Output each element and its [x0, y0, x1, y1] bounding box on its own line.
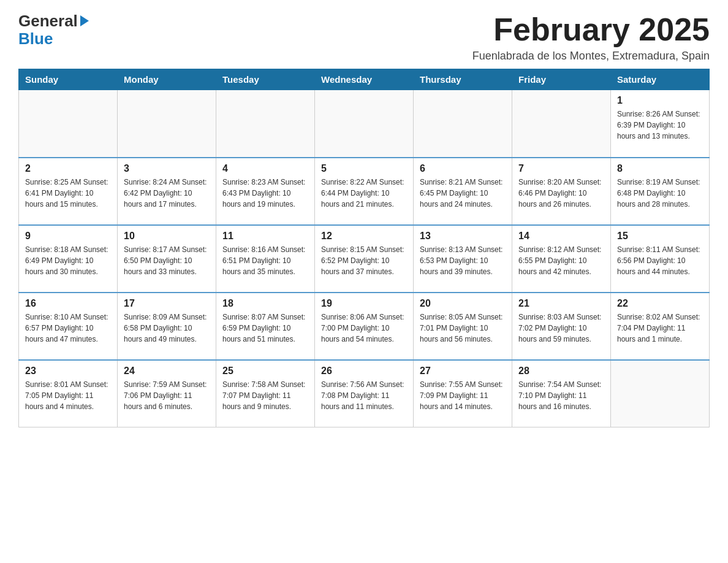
day-info: Sunrise: 8:22 AM Sunset: 6:44 PM Dayligh…: [321, 177, 407, 210]
logo-blue-text: Blue: [18, 30, 53, 48]
calendar-day-cell: 14Sunrise: 8:12 AM Sunset: 6:55 PM Dayli…: [512, 225, 611, 293]
day-number: 18: [222, 298, 308, 309]
day-number: 13: [420, 231, 506, 242]
day-info: Sunrise: 8:19 AM Sunset: 6:48 PM Dayligh…: [617, 177, 703, 210]
calendar-day-cell: [216, 90, 315, 158]
day-number: 10: [124, 231, 210, 242]
day-info: Sunrise: 7:55 AM Sunset: 7:09 PM Dayligh…: [420, 379, 506, 412]
day-info: Sunrise: 8:09 AM Sunset: 6:58 PM Dayligh…: [124, 312, 210, 345]
day-number: 1: [617, 95, 703, 106]
location-subtitle: Fuenlabrada de los Montes, Extremadura, …: [472, 50, 710, 63]
calendar-week-5: 23Sunrise: 8:01 AM Sunset: 7:05 PM Dayli…: [19, 360, 710, 427]
weekday-header-thursday: Thursday: [414, 69, 512, 90]
day-number: 23: [25, 366, 111, 377]
day-info: Sunrise: 8:16 AM Sunset: 6:51 PM Dayligh…: [222, 244, 308, 277]
calendar-day-cell: 9Sunrise: 8:18 AM Sunset: 6:49 PM Daylig…: [19, 225, 118, 293]
calendar-day-cell: 25Sunrise: 7:58 AM Sunset: 7:07 PM Dayli…: [216, 360, 315, 427]
day-info: Sunrise: 8:13 AM Sunset: 6:53 PM Dayligh…: [420, 244, 506, 277]
day-info: Sunrise: 7:59 AM Sunset: 7:06 PM Dayligh…: [124, 379, 210, 412]
calendar-day-cell: 10Sunrise: 8:17 AM Sunset: 6:50 PM Dayli…: [118, 225, 216, 293]
calendar-day-cell: [611, 360, 710, 427]
calendar-day-cell: 16Sunrise: 8:10 AM Sunset: 6:57 PM Dayli…: [19, 293, 118, 360]
day-number: 28: [518, 366, 604, 377]
day-info: Sunrise: 8:15 AM Sunset: 6:52 PM Dayligh…: [321, 244, 407, 277]
day-number: 19: [321, 298, 407, 309]
day-info: Sunrise: 8:23 AM Sunset: 6:43 PM Dayligh…: [222, 177, 308, 210]
day-number: 16: [25, 298, 111, 309]
calendar-week-4: 16Sunrise: 8:10 AM Sunset: 6:57 PM Dayli…: [19, 293, 710, 360]
day-number: 14: [518, 231, 604, 242]
calendar-day-cell: [19, 90, 118, 158]
day-info: Sunrise: 8:18 AM Sunset: 6:49 PM Dayligh…: [25, 244, 111, 277]
day-info: Sunrise: 8:02 AM Sunset: 7:04 PM Dayligh…: [617, 312, 703, 345]
day-info: Sunrise: 8:24 AM Sunset: 6:42 PM Dayligh…: [124, 177, 210, 210]
day-info: Sunrise: 8:20 AM Sunset: 6:46 PM Dayligh…: [518, 177, 604, 210]
calendar-week-3: 9Sunrise: 8:18 AM Sunset: 6:49 PM Daylig…: [19, 225, 710, 293]
day-number: 25: [222, 366, 308, 377]
day-number: 6: [420, 163, 506, 174]
page-header: General Blue February 2025 Fuenlabrada d…: [18, 12, 710, 63]
calendar-day-cell: 20Sunrise: 8:05 AM Sunset: 7:01 PM Dayli…: [414, 293, 512, 360]
day-number: 4: [222, 163, 308, 174]
day-number: 21: [518, 298, 604, 309]
logo-triangle-icon: [80, 15, 89, 26]
day-number: 2: [25, 163, 111, 174]
day-info: Sunrise: 7:56 AM Sunset: 7:08 PM Dayligh…: [321, 379, 407, 412]
calendar-day-cell: 19Sunrise: 8:06 AM Sunset: 7:00 PM Dayli…: [315, 293, 414, 360]
month-title: February 2025: [472, 12, 710, 47]
day-info: Sunrise: 7:58 AM Sunset: 7:07 PM Dayligh…: [222, 379, 308, 412]
day-number: 7: [518, 163, 604, 174]
day-number: 26: [321, 366, 407, 377]
day-number: 17: [124, 298, 210, 309]
calendar-week-1: 1Sunrise: 8:26 AM Sunset: 6:39 PM Daylig…: [19, 90, 710, 158]
weekday-header-friday: Friday: [512, 69, 611, 90]
day-info: Sunrise: 8:03 AM Sunset: 7:02 PM Dayligh…: [518, 312, 604, 345]
day-number: 5: [321, 163, 407, 174]
weekday-header-tuesday: Tuesday: [216, 69, 315, 90]
calendar-day-cell: [414, 90, 512, 158]
day-info: Sunrise: 8:07 AM Sunset: 6:59 PM Dayligh…: [222, 312, 308, 345]
calendar-day-cell: 24Sunrise: 7:59 AM Sunset: 7:06 PM Dayli…: [118, 360, 216, 427]
calendar-day-cell: 6Sunrise: 8:21 AM Sunset: 6:45 PM Daylig…: [414, 158, 512, 225]
day-number: 12: [321, 231, 407, 242]
calendar-day-cell: 18Sunrise: 8:07 AM Sunset: 6:59 PM Dayli…: [216, 293, 315, 360]
day-info: Sunrise: 8:06 AM Sunset: 7:00 PM Dayligh…: [321, 312, 407, 345]
weekday-header-row: SundayMondayTuesdayWednesdayThursdayFrid…: [19, 69, 710, 90]
logo-general-text: General: [18, 12, 78, 30]
calendar-day-cell: 26Sunrise: 7:56 AM Sunset: 7:08 PM Dayli…: [315, 360, 414, 427]
calendar-day-cell: 5Sunrise: 8:22 AM Sunset: 6:44 PM Daylig…: [315, 158, 414, 225]
logo: General Blue: [18, 12, 89, 47]
calendar-day-cell: 13Sunrise: 8:13 AM Sunset: 6:53 PM Dayli…: [414, 225, 512, 293]
weekday-header-wednesday: Wednesday: [315, 69, 414, 90]
day-info: Sunrise: 8:26 AM Sunset: 6:39 PM Dayligh…: [617, 109, 703, 142]
calendar-day-cell: 21Sunrise: 8:03 AM Sunset: 7:02 PM Dayli…: [512, 293, 611, 360]
calendar-day-cell: 17Sunrise: 8:09 AM Sunset: 6:58 PM Dayli…: [118, 293, 216, 360]
day-number: 3: [124, 163, 210, 174]
calendar-week-2: 2Sunrise: 8:25 AM Sunset: 6:41 PM Daylig…: [19, 158, 710, 225]
day-number: 8: [617, 163, 703, 174]
calendar-day-cell: 22Sunrise: 8:02 AM Sunset: 7:04 PM Dayli…: [611, 293, 710, 360]
day-info: Sunrise: 8:01 AM Sunset: 7:05 PM Dayligh…: [25, 379, 111, 412]
calendar-table: SundayMondayTuesdayWednesdayThursdayFrid…: [18, 69, 710, 427]
day-info: Sunrise: 8:11 AM Sunset: 6:56 PM Dayligh…: [617, 244, 703, 277]
calendar-day-cell: [512, 90, 611, 158]
calendar-day-cell: [118, 90, 216, 158]
calendar-day-cell: 4Sunrise: 8:23 AM Sunset: 6:43 PM Daylig…: [216, 158, 315, 225]
day-number: 9: [25, 231, 111, 242]
day-number: 11: [222, 231, 308, 242]
calendar-day-cell: [315, 90, 414, 158]
calendar-day-cell: 11Sunrise: 8:16 AM Sunset: 6:51 PM Dayli…: [216, 225, 315, 293]
calendar-day-cell: 28Sunrise: 7:54 AM Sunset: 7:10 PM Dayli…: [512, 360, 611, 427]
calendar-day-cell: 27Sunrise: 7:55 AM Sunset: 7:09 PM Dayli…: [414, 360, 512, 427]
weekday-header-saturday: Saturday: [611, 69, 710, 90]
calendar-day-cell: 8Sunrise: 8:19 AM Sunset: 6:48 PM Daylig…: [611, 158, 710, 225]
day-info: Sunrise: 7:54 AM Sunset: 7:10 PM Dayligh…: [518, 379, 604, 412]
calendar-day-cell: 3Sunrise: 8:24 AM Sunset: 6:42 PM Daylig…: [118, 158, 216, 225]
weekday-header-sunday: Sunday: [19, 69, 118, 90]
calendar-day-cell: 1Sunrise: 8:26 AM Sunset: 6:39 PM Daylig…: [611, 90, 710, 158]
day-info: Sunrise: 8:10 AM Sunset: 6:57 PM Dayligh…: [25, 312, 111, 345]
weekday-header-monday: Monday: [118, 69, 216, 90]
day-number: 15: [617, 231, 703, 242]
calendar-day-cell: 23Sunrise: 8:01 AM Sunset: 7:05 PM Dayli…: [19, 360, 118, 427]
calendar-day-cell: 2Sunrise: 8:25 AM Sunset: 6:41 PM Daylig…: [19, 158, 118, 225]
